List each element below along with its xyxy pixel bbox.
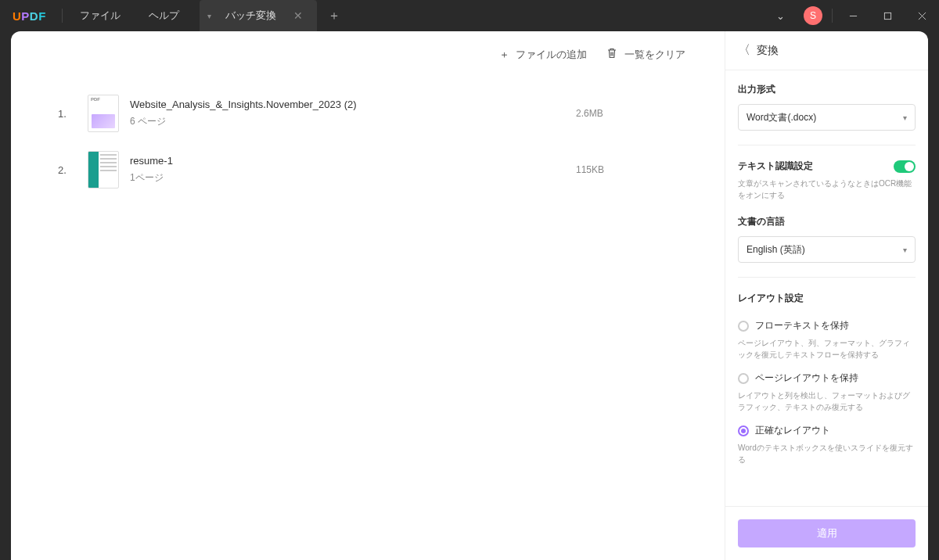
file-row[interactable]: 1. PDF Website_Analysis_&_Insights.Novem…	[58, 85, 693, 142]
divider	[738, 145, 916, 145]
divider	[738, 277, 916, 278]
file-index: 1.	[58, 108, 77, 120]
svg-rect-1	[884, 13, 890, 19]
layout-radio-desc: Wordのテキストボックスを使いスライドを復元する	[738, 442, 916, 465]
file-thumbnail: PDF	[88, 95, 119, 132]
titlebar: UPDF ファイル ヘルプ ▾ バッチ変換 ✕ ＋ ⌄ S	[0, 0, 939, 31]
layout-radio-label: ページレイアウトを保持	[755, 372, 858, 385]
chevron-down-icon: ▾	[903, 246, 907, 254]
window-minimize-button[interactable]	[836, 0, 870, 31]
settings-sidebar: 〈 変換 出力形式 Word文書(.docx) ▾ テキスト認識設定 文章がスキ…	[725, 31, 928, 560]
main-panel: ＋ ファイルの追加 一覧をクリア 1. PDF Website_Analysis…	[11, 31, 725, 560]
output-format-value: Word文書(.docx)	[747, 111, 816, 124]
language-value: English (英語)	[747, 243, 805, 257]
ocr-description: 文章がスキャンされているようなときはOCR機能をオンにする	[738, 178, 916, 201]
file-pages: 1ページ	[130, 171, 576, 185]
divider	[832, 9, 833, 23]
layout-radio-label: フローテキストを保持	[755, 319, 849, 332]
language-select[interactable]: English (英語) ▾	[738, 236, 916, 263]
add-files-button[interactable]: ＋ ファイルの追加	[499, 47, 587, 62]
output-format-select[interactable]: Word文書(.docx) ▾	[738, 104, 916, 131]
file-index: 2.	[58, 164, 77, 176]
layout-radio-flow[interactable]	[738, 321, 749, 332]
layout-radio-exact[interactable]	[738, 425, 749, 436]
ocr-toggle[interactable]	[894, 160, 916, 173]
add-files-label: ファイルの追加	[516, 48, 587, 62]
trash-icon	[606, 47, 618, 62]
menu-help[interactable]: ヘルプ	[135, 9, 193, 23]
file-toolbar: ＋ ファイルの追加 一覧をクリア	[58, 47, 693, 62]
layout-radio-label: 正確なレイアウト	[755, 424, 830, 437]
add-tab-button[interactable]: ＋	[317, 8, 351, 24]
file-pages: 6 ページ	[130, 115, 576, 128]
file-size: 115KB	[576, 164, 693, 175]
tab-title: バッチ変換	[222, 9, 290, 23]
window-close-button[interactable]	[905, 0, 939, 31]
file-name: Website_Analysis_&_Insights.November_202…	[130, 99, 576, 110]
workspace: ＋ ファイルの追加 一覧をクリア 1. PDF Website_Analysis…	[11, 31, 928, 560]
clear-list-label: 一覧をクリア	[624, 48, 685, 62]
layout-radio-group: フローテキストを保持 ページレイアウト、列、フォーマット、グラフィックを復元しテ…	[738, 319, 916, 465]
ocr-label: テキスト認識設定	[738, 160, 813, 173]
tab-batch-convert[interactable]: ▾ バッチ変換 ✕	[200, 0, 317, 31]
user-avatar[interactable]: S	[804, 6, 822, 25]
layout-radio-desc: レイアウトと列を検出し、フォーマットおよびグラフィック、テキストのみ復元する	[738, 389, 916, 413]
divider	[62, 9, 63, 23]
back-icon[interactable]: 〈	[738, 42, 750, 59]
language-label: 文書の言語	[738, 215, 916, 228]
layout-radio-page[interactable]	[738, 373, 749, 384]
chevron-down-icon[interactable]: ⌄	[763, 0, 797, 31]
close-icon[interactable]: ✕	[290, 9, 306, 22]
apply-button[interactable]: 適用	[738, 519, 916, 547]
sidebar-title: 変換	[757, 44, 779, 58]
plus-icon: ＋	[499, 48, 509, 62]
file-name: resume-1	[130, 155, 576, 167]
file-size: 2.6MB	[576, 108, 693, 119]
window-maximize-button[interactable]	[870, 0, 905, 31]
output-format-label: 出力形式	[738, 83, 916, 96]
file-row[interactable]: 2. resume-1 1ページ 115KB	[58, 142, 693, 198]
file-thumbnail	[88, 151, 119, 188]
layout-settings-label: レイアウト設定	[738, 292, 916, 305]
menu-file[interactable]: ファイル	[66, 9, 135, 23]
app-logo: UPDF	[0, 9, 59, 23]
clear-list-button[interactable]: 一覧をクリア	[606, 47, 685, 62]
chevron-down-icon[interactable]: ▾	[207, 12, 222, 20]
layout-radio-desc: ページレイアウト、列、フォーマット、グラフィックを復元しテキストフローを保持する	[738, 337, 916, 361]
chevron-down-icon: ▾	[903, 113, 907, 122]
sidebar-header: 〈 変換	[725, 31, 928, 70]
